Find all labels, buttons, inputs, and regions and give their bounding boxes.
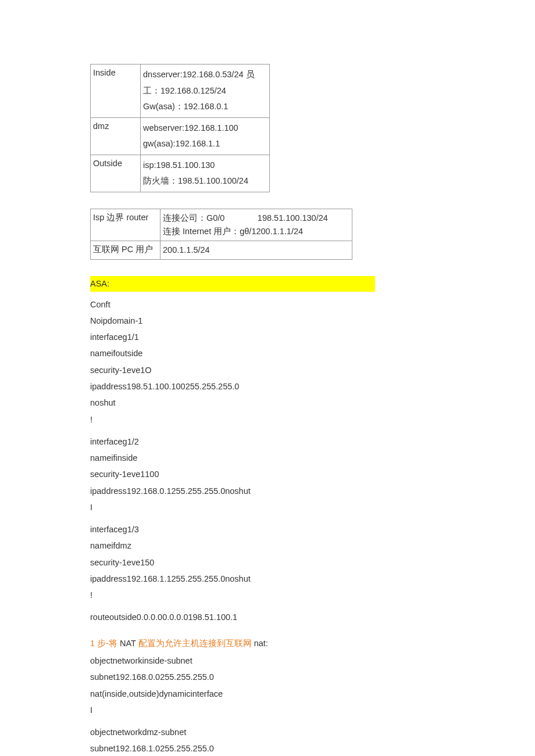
code-line: !	[90, 587, 445, 603]
code-line: ipaddress192.168.0.1255.255.255.0noshut	[90, 483, 445, 499]
zone-name: Outside	[91, 155, 141, 192]
code-line: !	[90, 411, 445, 428]
step1-title: 1 步-将 NAT 配置为允许主机连接到互联网 nat:	[90, 637, 445, 649]
zone-name: Inside	[91, 65, 141, 118]
asa-section-header: ASA:	[90, 276, 375, 291]
router-details: 连接公司：G0/0 198.51.100.130/24 连接 Internet …	[160, 209, 352, 241]
table-row: Outside isp:198.51.100.130 防火墙：198.51.10…	[91, 155, 270, 192]
table-row: Inside dnsserver:192.168.0.53/24 员工：192.…	[91, 65, 270, 118]
code-line: security-1eve150	[90, 554, 445, 571]
asa-config-block: Conft Noipdomain-1 interfaceg1/1 nameifo…	[90, 296, 445, 626]
zone-name: dmz	[91, 117, 141, 155]
code-line: nameifoutside	[90, 345, 445, 361]
table-row: dmz webserver:192.168.1.100 gw(asa):192.…	[91, 117, 270, 155]
table-row: 互联网 PC 用户 200.1.1.5/24	[91, 241, 352, 260]
router-line2: 连接 Internet 用户：gθ/1200.1.1.1/24	[163, 227, 303, 236]
code-line: interfaceg1/2	[90, 433, 445, 450]
code-line: subnet192.168.0.0255.255.255.0	[90, 669, 445, 685]
router-table: Isp 边界 router 连接公司：G0/0 198.51.100.130/2…	[90, 209, 352, 260]
table-row: Isp 边界 router 连接公司：G0/0 198.51.100.130/2…	[91, 209, 352, 241]
code-line: ipaddress198.51.100.100255.255.255.0	[90, 378, 445, 395]
step1-orange2: 配置为允许主机连接到互联网	[138, 639, 252, 648]
code-line: I	[90, 702, 445, 718]
code-line: Conft	[90, 296, 445, 313]
code-line: security-1eve1O	[90, 362, 445, 378]
zone-details: isp:198.51.100.130 防火墙：198.51.100.100/24	[141, 155, 270, 192]
code-line: subnet192.168.1.0255.255.255.0	[90, 740, 445, 756]
code-line: I	[90, 499, 445, 515]
code-line: nameifdmz	[90, 538, 445, 554]
code-line: security-1eve1100	[90, 466, 445, 482]
code-line: objectnetworkinside-subnet	[90, 653, 445, 669]
code-line: objectnetworkdmz-subnet	[90, 724, 445, 740]
step1-orange1: 1 步-将	[90, 639, 117, 648]
nat-config-block: objectnetworkinside-subnet subnet192.168…	[90, 653, 445, 756]
router-line1a: 连接公司：G0/0	[163, 213, 224, 223]
code-line: noshut	[90, 395, 445, 411]
code-line: interfaceg1/1	[90, 329, 445, 345]
zone-details: webserver:192.168.1.100 gw(asa):192.168.…	[141, 117, 270, 155]
code-line: routeoutside0.0.0.00.0.0.0198.51.100.1	[90, 609, 445, 625]
zone-details: dnsserver:192.168.0.53/24 员工：192.168.0.1…	[141, 65, 270, 118]
router-line1b: 198.51.100.130/24	[258, 213, 328, 223]
pc-user-name: 互联网 PC 用户	[91, 241, 160, 260]
code-line: interfaceg1/3	[90, 521, 445, 538]
code-line: Noipdomain-1	[90, 313, 445, 329]
step1-black1: NAT	[117, 639, 138, 648]
network-zones-table: Inside dnsserver:192.168.0.53/24 员工：192.…	[90, 64, 270, 192]
step1-black2: nat:	[252, 639, 268, 648]
pc-user-ip: 200.1.1.5/24	[160, 241, 352, 260]
code-line: nat(inside,outside)dynamicinterface	[90, 686, 445, 702]
code-line: ipaddress192.168.1.1255.255.255.0noshut	[90, 571, 445, 587]
code-line: nameifinside	[90, 450, 445, 466]
router-name: Isp 边界 router	[91, 209, 160, 241]
